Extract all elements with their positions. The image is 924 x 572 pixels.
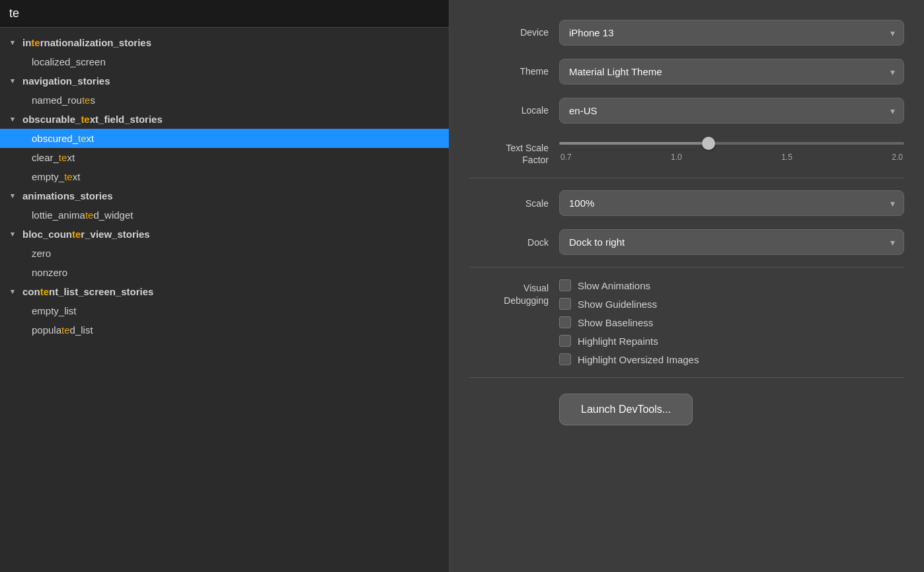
checkbox-row-show_guideliness[interactable]: Show Guideliness [559, 298, 904, 310]
theme-row: Theme Material Light ThemeMaterial Dark … [469, 52, 904, 91]
scale-select-wrapper: 50%75%100%125%150% [559, 190, 904, 216]
chevron-icon: ▾ [11, 77, 19, 85]
tree-item-zero[interactable]: zero [0, 244, 449, 263]
tick-2.0: 2.0 [892, 153, 903, 162]
theme-select[interactable]: Material Light ThemeMaterial Dark Theme [559, 59, 904, 85]
tree-item-clear_text[interactable]: clear_text [0, 148, 449, 167]
tree-item-nonzero[interactable]: nonzero [0, 263, 449, 282]
visual-debugging-section: VisualDebugging Slow Animations Show Gui… [469, 273, 904, 372]
tree-item-content_list_screen_stories[interactable]: ▾content_list_screen_stories [0, 282, 449, 301]
text-scale-section: Text ScaleFactor 0.7 1.0 1.5 2.0 [469, 130, 904, 172]
highlight: te [85, 209, 94, 221]
highlight: te [81, 114, 89, 125]
chevron-icon: ▾ [11, 38, 19, 47]
tree-item-localized_screen[interactable]: localized_screen [0, 52, 449, 71]
dock-label: Dock [469, 236, 549, 248]
highlight: te [40, 286, 49, 297]
tick-1.5: 1.5 [781, 153, 792, 162]
highlight: te [82, 94, 91, 106]
dock-row: Dock Dock to rightDock to leftDock to bo… [469, 223, 904, 262]
launch-section: Launch DevTools... [469, 383, 904, 436]
tree-container: ▾internationalization_storieslocalized_s… [0, 28, 449, 572]
checkbox-row-highlight_oversized_images[interactable]: Highlight Oversized Images [559, 353, 904, 365]
scale-label: Scale [469, 197, 549, 209]
checkbox-label-highlight_repaints: Highlight Repaints [578, 336, 658, 347]
divider-1 [469, 178, 904, 178]
highlight: te [64, 171, 73, 182]
checkbox-label-slow_animations: Slow Animations [578, 280, 650, 291]
divider-2 [469, 267, 904, 268]
chevron-icon: ▾ [11, 287, 19, 296]
checkbox-highlight_repaints[interactable] [559, 335, 571, 347]
tree-item-obscured_text[interactable]: obscured_text [0, 129, 449, 148]
launch-devtools-button[interactable]: Launch DevTools... [559, 394, 693, 425]
tree-item-animations_stories[interactable]: ▾animations_stories [0, 186, 449, 205]
checkbox-label-highlight_oversized_images: Highlight Oversized Images [578, 354, 699, 365]
checkbox-label-show_guideliness: Show Guideliness [578, 299, 657, 310]
locale-select-wrapper: en-USfr-FRde-DEja-JP [559, 98, 904, 124]
checkbox-row-highlight_repaints[interactable]: Highlight Repaints [559, 335, 904, 347]
theme-label: Theme [469, 65, 549, 77]
locale-row: Locale en-USfr-FRde-DEja-JP [469, 91, 904, 130]
device-select[interactable]: iPhone 13iPhone 14iPhone 15iPad [559, 20, 904, 46]
tree-item-internationalization_stories[interactable]: ▾internationalization_stories [0, 33, 449, 52]
checkbox-row-show_baseliness[interactable]: Show Baseliness [559, 316, 904, 328]
checkbox-highlight_oversized_images[interactable] [559, 353, 571, 365]
dock-select-wrapper: Dock to rightDock to leftDock to bottom [559, 229, 904, 255]
locale-label: Locale [469, 104, 549, 116]
slider-content: 0.7 1.0 1.5 2.0 [559, 137, 904, 162]
tree-item-obscurable_text_field_stories[interactable]: ▾obscurable_text_field_stories [0, 110, 449, 129]
highlight: te [59, 152, 67, 163]
scale-select[interactable]: 50%75%100%125%150% [559, 190, 904, 216]
checkbox-slow_animations[interactable] [559, 279, 571, 291]
text-scale-slider[interactable] [559, 142, 904, 145]
visual-debugging-label: VisualDebugging [469, 279, 549, 306]
search-bar [0, 0, 449, 28]
highlight: te [31, 37, 40, 48]
tree-item-bloc_counter_view_stories[interactable]: ▾bloc_counter_view_stories [0, 225, 449, 244]
divider-3 [469, 377, 904, 378]
highlight: te [78, 133, 87, 144]
tree-item-empty_list[interactable]: empty_list [0, 301, 449, 320]
tree-item-named_routes[interactable]: named_routes [0, 90, 449, 110]
slider-ticks: 0.7 1.0 1.5 2.0 [559, 153, 904, 162]
checkbox-label-show_baseliness: Show Baseliness [578, 317, 653, 328]
device-row: Device iPhone 13iPhone 14iPhone 15iPad [469, 13, 904, 52]
theme-select-wrapper: Material Light ThemeMaterial Dark Theme [559, 59, 904, 85]
right-panel: Device iPhone 13iPhone 14iPhone 15iPad T… [449, 0, 924, 572]
highlight: te [61, 324, 70, 336]
device-select-wrapper: iPhone 13iPhone 14iPhone 15iPad [559, 20, 904, 46]
highlight: te [72, 229, 81, 240]
scale-row: Scale 50%75%100%125%150% [469, 184, 904, 223]
checkbox-show_baseliness[interactable] [559, 316, 571, 328]
tick-0.7: 0.7 [560, 153, 572, 162]
dock-select[interactable]: Dock to rightDock to leftDock to bottom [559, 229, 904, 255]
tree-item-empty_text[interactable]: empty_text [0, 167, 449, 186]
tick-1.0: 1.0 [671, 153, 682, 162]
tree-item-populated_list[interactable]: populated_list [0, 320, 449, 340]
search-input[interactable] [9, 7, 440, 20]
chevron-icon: ▾ [11, 192, 19, 200]
locale-select[interactable]: en-USfr-FRde-DEja-JP [559, 98, 904, 124]
left-panel: ▾internationalization_storieslocalized_s… [0, 0, 449, 572]
debug-options: Slow Animations Show Guideliness Show Ba… [559, 279, 904, 365]
checkbox-show_guideliness[interactable] [559, 298, 571, 310]
tree-item-lottie_animated_widget[interactable]: lottie_animated_widget [0, 205, 449, 225]
text-scale-label: Text ScaleFactor [469, 137, 549, 166]
slider-track [559, 137, 904, 150]
device-label: Device [469, 26, 549, 38]
tree-item-navigation_stories[interactable]: ▾navigation_stories [0, 71, 449, 90]
checkbox-row-slow_animations[interactable]: Slow Animations [559, 279, 904, 291]
chevron-icon: ▾ [11, 230, 19, 238]
chevron-icon: ▾ [11, 115, 19, 124]
